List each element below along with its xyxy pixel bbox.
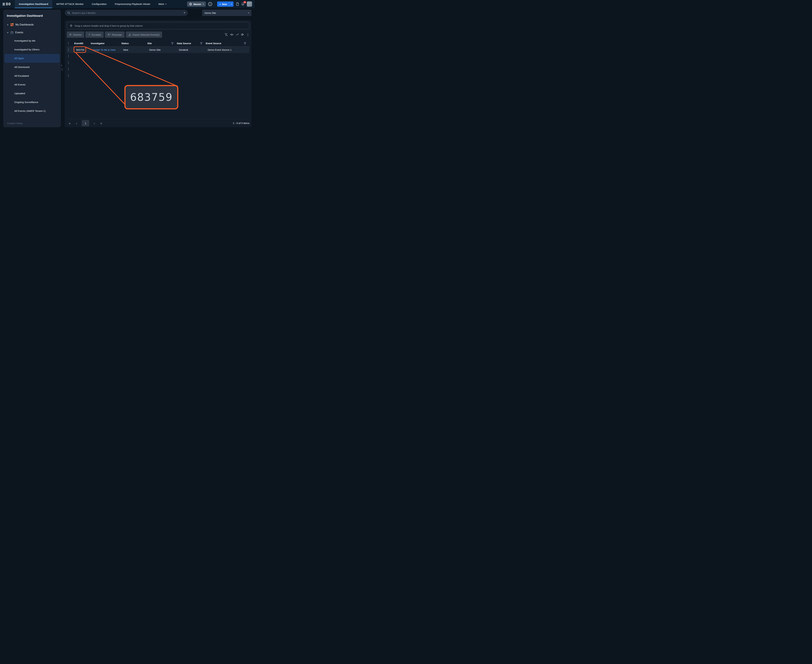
column-header-status[interactable]: Status: [121, 42, 147, 45]
sidebar-item-all-dismissed[interactable]: All Dismissed: [5, 63, 60, 72]
info-icon[interactable]: i: [208, 2, 212, 6]
dismiss-button[interactable]: ⊘ Dismiss: [67, 31, 84, 38]
clear-filter-button[interactable]: [224, 33, 228, 36]
first-page-button[interactable]: «: [67, 120, 73, 126]
sidebar-item-investigated-by-me[interactable]: Investigated by Me: [5, 36, 60, 45]
reassign-icon: [107, 34, 110, 36]
select-all-checkbox[interactable]: [68, 42, 68, 45]
table-row-redacted[interactable]: [67, 72, 249, 79]
dismiss-icon: ⊘: [69, 33, 71, 36]
column-header-event-source[interactable]: Event Source: [206, 42, 249, 45]
table-row[interactable]: 683759 Assign To Me & View New Demo Site…: [67, 47, 249, 53]
sidebar-collapse-handle[interactable]: ‹: [61, 64, 62, 67]
table-row-redacted[interactable]: [67, 66, 249, 72]
chevron-down-icon: [7, 32, 9, 34]
row-checkbox[interactable]: [68, 68, 68, 71]
sidebar-item-investigated-by-others[interactable]: Investigated by Others: [5, 45, 60, 54]
new-button[interactable]: + New ▾: [217, 2, 234, 7]
sidebar-item-all-open[interactable]: All Open: [5, 54, 60, 63]
pagination-summary: 1 - 5 of 5 items: [233, 122, 249, 125]
tab-configuration[interactable]: Configuration: [88, 0, 111, 8]
custom-views-label: Custom Views: [7, 122, 23, 125]
previous-page-button[interactable]: ‹: [73, 120, 80, 126]
next-page-button[interactable]: ›: [91, 120, 97, 126]
site-selector[interactable]: Demo Site ▾: [202, 10, 252, 16]
row-checkbox[interactable]: [68, 74, 68, 77]
escalate-button[interactable]: ↗ Escalate: [85, 31, 104, 38]
reassign-button[interactable]: Reassign: [105, 31, 125, 38]
more-options-button[interactable]: ⋮: [246, 33, 249, 37]
data-source-cell: Zendesk: [177, 49, 206, 51]
group-by-drop-zone[interactable]: Drag a column header and drop it here to…: [67, 22, 249, 29]
notifications-button[interactable]: 3: [241, 2, 244, 6]
search-input[interactable]: [72, 11, 182, 14]
search-icon: [67, 11, 70, 14]
tab-mitre-attck-monitor[interactable]: MITRE ATT&CK Monitor: [52, 0, 88, 8]
toolbar-right-icons: ⟳ ⋮: [224, 33, 249, 37]
sidebar-title: Investigation Dashboard: [3, 13, 61, 21]
toolbar: ⊘ Dismiss ↗ Escalate Reassign: [67, 31, 249, 38]
filter-icon[interactable]: [171, 42, 174, 44]
last-page-button[interactable]: »: [98, 120, 104, 126]
navbar-right: Master ▾ i + New ▾: [187, 2, 252, 7]
tab-preprocessing-playbook-viewer[interactable]: Preprocessing Playbook Viewer: [111, 0, 154, 8]
column-header-data-source[interactable]: Data Source: [177, 42, 206, 45]
dashboards-grid-icon: [11, 23, 13, 26]
navbar-divider: [214, 2, 215, 6]
column-header-eventid[interactable]: EventID: [74, 42, 91, 45]
new-button-main[interactable]: + New: [217, 2, 229, 7]
d3-logo: D3: [3, 2, 11, 6]
new-button-caret[interactable]: ▾: [229, 2, 234, 7]
avatar[interactable]: [247, 2, 252, 7]
tab-more[interactable]: More ▾: [154, 0, 171, 8]
chevron-down-icon: ▾: [231, 3, 232, 5]
group-by-hint-text: Drag a column header and drop it here to…: [75, 24, 143, 27]
d3-logo-bars-icon: [3, 3, 5, 5]
master-tenant-selector[interactable]: Master ▾: [187, 2, 206, 7]
export-button[interactable]: Export Selected Event(s): [126, 31, 162, 38]
top-row: × Demo Site ▾: [65, 10, 252, 16]
events-panel: Drag a column header and drop it here to…: [65, 20, 252, 127]
event-source-cell: Demo Event Source 1: [206, 49, 249, 51]
document-icon: [236, 2, 239, 6]
sidebar-item-my-dashboards[interactable]: My Dashboards: [3, 21, 61, 29]
sidebar-drag-handle[interactable]: [62, 68, 63, 71]
sidebar-item-events[interactable]: Events: [3, 29, 61, 36]
chart-icon: [236, 33, 239, 36]
filter-icon[interactable]: [244, 42, 246, 44]
sidebar-item-uploaded[interactable]: Uploaded: [5, 89, 60, 98]
chevron-down-icon: ▾: [203, 3, 204, 5]
pagination: « ‹ 1 › » 1 - 5 of 5 items: [67, 119, 249, 127]
calendar-icon: [11, 31, 13, 34]
escalate-icon: ↗: [88, 33, 90, 36]
sidebar-item-all-events[interactable]: All Events: [5, 80, 60, 89]
move-icon: [70, 24, 73, 27]
document-button[interactable]: [236, 2, 239, 6]
column-resize-button[interactable]: [230, 33, 233, 36]
filter-icon[interactable]: [200, 42, 203, 44]
search-bar: ×: [65, 10, 188, 16]
tab-investigation-dashboard[interactable]: Investigation Dashboard: [15, 0, 52, 8]
current-page-indicator[interactable]: 1: [82, 120, 89, 126]
row-checkbox[interactable]: [68, 55, 68, 58]
chart-view-button[interactable]: [236, 33, 239, 36]
table-header-row: EventID Investigator Status Site: [67, 40, 249, 47]
assign-to-me-link[interactable]: Assign To Me & View: [93, 49, 115, 51]
table-row-redacted[interactable]: [67, 53, 249, 60]
app-root: D3 Investigation Dashboard MITRE ATT&CK …: [0, 0, 255, 131]
site-cell: Demo Site: [147, 49, 177, 51]
search-clear-icon[interactable]: ×: [184, 11, 185, 15]
refresh-button[interactable]: ⟳: [241, 33, 244, 37]
row-checkbox[interactable]: [68, 48, 68, 51]
row-checkbox[interactable]: [68, 61, 68, 64]
notification-badge: 3: [244, 1, 246, 3]
sidebar-item-all-escalated[interactable]: All Escalated: [5, 72, 60, 80]
column-header-investigator[interactable]: Investigator: [91, 42, 121, 45]
table-row-redacted[interactable]: [67, 60, 249, 66]
globe-icon: [189, 3, 192, 5]
sidebar-item-all-events-amer-tenant-1[interactable]: All Events (AMER Tenant-1): [5, 107, 60, 116]
sidebar-item-ongoing-surveillance[interactable]: Ongoing Surveillance: [5, 98, 60, 107]
chevron-down-icon: ▾: [166, 3, 166, 5]
column-header-site[interactable]: Site: [147, 42, 177, 45]
clear-filter-icon: [224, 33, 228, 36]
